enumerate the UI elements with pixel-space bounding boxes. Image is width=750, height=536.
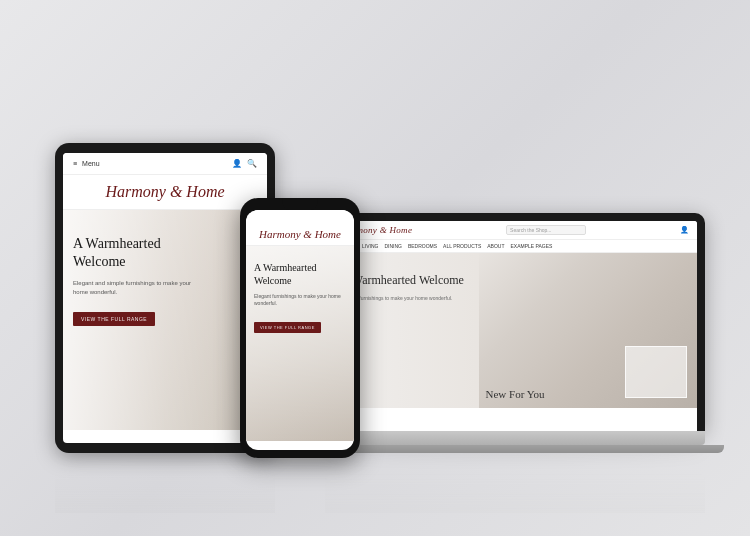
phone-screen: Harmony & Home A Warmhearted Welcome Ele… [246, 210, 354, 450]
laptop-hero: A Warmhearted Welcome Elegant furnishing… [333, 253, 697, 408]
phone-hero-content: A Warmhearted Welcome Elegant furnishing… [254, 261, 346, 333]
nav-example[interactable]: EXAMPLE PAGES [510, 243, 552, 249]
phone-logo: Harmony & Home [246, 224, 354, 246]
laptop-nav-items: HOME LIVING DINING BEDROOMS ALL PRODUCTS… [341, 243, 552, 249]
laptop-hero-content: A Warmhearted Welcome Elegant furnishing… [341, 273, 505, 310]
laptop-user-icon: 👤 [680, 226, 689, 234]
tablet-hero: A Warmhearted Welcome Elegant and simple… [63, 210, 267, 430]
phone-notch [283, 198, 318, 210]
phone-status-bar [246, 210, 354, 224]
laptop-hero-subtitle: Elegant furnishings to make your home wo… [341, 295, 505, 302]
phone-hero: A Warmhearted Welcome Elegant furnishing… [246, 246, 354, 441]
tablet-cta-button[interactable]: VIEW THE FULL RANGE [73, 312, 155, 326]
laptop-bottom [306, 445, 724, 453]
phone-device: Harmony & Home A Warmhearted Welcome Ele… [240, 198, 360, 458]
reflections [25, 453, 725, 513]
nav-bedrooms[interactable]: BEDROOMS [408, 243, 437, 249]
laptop-screen: Harmony & Home Search the Shop... 👤 HOME… [333, 221, 697, 431]
laptop-hero-title: A Warmhearted Welcome [341, 273, 505, 289]
nav-about[interactable]: ABOUT [487, 243, 504, 249]
laptop-hero-image [479, 253, 697, 408]
tablet-user-icon[interactable]: 👤 [232, 159, 242, 168]
tablet-logo: Harmony & Home [63, 175, 267, 210]
phone-hero-title: A Warmhearted Welcome [254, 261, 346, 287]
laptop-search-placeholder: Search the Shop... [510, 227, 551, 233]
laptop-section-label: New For You [486, 388, 545, 400]
laptop-reflection [325, 473, 705, 513]
laptop-base [325, 431, 705, 445]
laptop-nav-top: Harmony & Home Search the Shop... 👤 [333, 221, 697, 240]
tablet-reflection [55, 473, 275, 513]
tablet-screen: ≡ Menu 👤 🔍 Harmony & Home A Warmhearted [63, 153, 267, 443]
hamburger-icon: ≡ [73, 160, 77, 167]
tablet-nav: ≡ Menu 👤 🔍 [63, 153, 267, 175]
tablet-menu-label: Menu [82, 160, 100, 167]
tablet-hero-subtitle: Elegant and simple furnishings to make y… [73, 279, 206, 297]
tablet-search-icon[interactable]: 🔍 [247, 159, 257, 168]
tablet-hero-title: A Warmhearted Welcome [73, 235, 206, 271]
nav-dining[interactable]: DINING [384, 243, 402, 249]
laptop-nav-links: HOME LIVING DINING BEDROOMS ALL PRODUCTS… [333, 240, 697, 253]
scene: Harmony & Home Search the Shop... 👤 HOME… [25, 23, 725, 513]
phone-hero-subtitle: Elegant furnishings to make your home wo… [254, 293, 346, 307]
laptop-device: Harmony & Home Search the Shop... 👤 HOME… [325, 213, 705, 453]
nav-all-products[interactable]: ALL PRODUCTS [443, 243, 481, 249]
phone-cta-button[interactable]: VIEW THE FULL RANGE [254, 322, 321, 333]
laptop-search[interactable]: Search the Shop... [506, 225, 586, 235]
nav-living[interactable]: LIVING [362, 243, 378, 249]
tablet-menu-btn[interactable]: ≡ Menu [73, 160, 100, 167]
tablet-hero-content: A Warmhearted Welcome Elegant and simple… [73, 235, 206, 326]
laptop-frame: Harmony & Home Search the Shop... 👤 HOME… [325, 213, 705, 431]
phone-frame: Harmony & Home A Warmhearted Welcome Ele… [240, 198, 360, 458]
tablet-icons: 👤 🔍 [232, 159, 257, 168]
